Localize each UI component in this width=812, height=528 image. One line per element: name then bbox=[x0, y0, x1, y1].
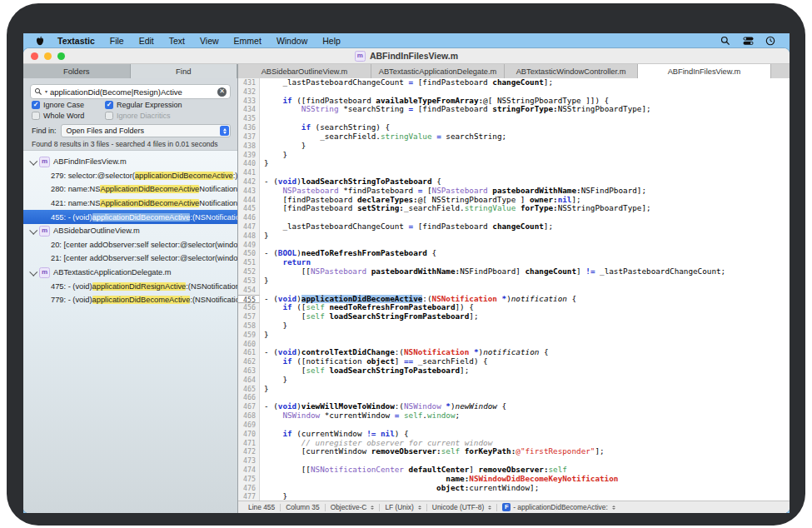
code-line: 435 bbox=[238, 114, 790, 123]
disclosure-chevron-icon[interactable] bbox=[29, 157, 37, 166]
menu-edit[interactable]: Edit bbox=[132, 36, 162, 46]
clear-search-icon[interactable]: ✕ bbox=[217, 87, 227, 97]
find-in-dropdown[interactable]: Open Files and Folders bbox=[61, 124, 231, 137]
file-type-badge: m bbox=[39, 267, 50, 278]
find-result-file-row[interactable]: mABSidebarOutlineView.m bbox=[23, 224, 237, 238]
line-number: 436 bbox=[238, 123, 260, 132]
code-line: 456 if ([self needToRefreshFromPasteboar… bbox=[238, 303, 790, 312]
option-whole-word[interactable]: Whole Word bbox=[32, 112, 105, 120]
line-number: 447 bbox=[238, 222, 260, 232]
find-result-match-row[interactable]: 280: name:NSApplicationDidBecomeActiveNo… bbox=[23, 182, 237, 197]
match-highlight: applicationDidResignActive bbox=[92, 282, 187, 291]
code-text: [[NSPasteboard pasteboardWithName:NSFind… bbox=[260, 267, 790, 276]
line-number: 434 bbox=[238, 105, 260, 114]
code-text: } bbox=[260, 385, 790, 394]
match-text: 421: name:NS bbox=[51, 199, 100, 207]
disclosure-chevron-icon[interactable] bbox=[29, 227, 37, 235]
code-line: 452 [[NSPasteboard pasteboardWithName:NS… bbox=[238, 267, 790, 276]
code-line: 431 _lastPasteboardChangeCount = [findPa… bbox=[238, 78, 790, 87]
find-result-match-row[interactable]: 279: selector:@selector(applicationDidBe… bbox=[23, 169, 237, 183]
title-bar[interactable]: m ABFindInFilesView.m bbox=[23, 48, 790, 64]
find-result-match-row[interactable]: 20: [center addObserver:self selector:@s… bbox=[23, 238, 237, 252]
status-objective-c[interactable]: Objective-C bbox=[326, 503, 380, 511]
checkbox-icon: ✓ bbox=[105, 101, 113, 109]
code-text: _lastPasteboardChangeCount = [findPasteb… bbox=[260, 222, 790, 232]
find-in-label: Find in: bbox=[32, 127, 57, 135]
sidebar-tab-find[interactable]: Find bbox=[131, 64, 238, 78]
code-text: if (currentWindow != nil) { bbox=[260, 430, 790, 439]
menu-file[interactable]: File bbox=[102, 36, 132, 46]
status-lf-unix[interactable]: LF (Unix) bbox=[380, 503, 426, 511]
option-ignore-diacritics[interactable]: Ignore Diacritics bbox=[105, 112, 232, 120]
code-text: // unregister observer for current windo… bbox=[260, 439, 790, 448]
search-field[interactable]: ▾ ✕ bbox=[30, 84, 231, 99]
popup-arrows-icon bbox=[612, 506, 615, 510]
code-text: } bbox=[260, 331, 790, 340]
line-number: 444 bbox=[238, 196, 260, 205]
find-result-file-row[interactable]: mABFindInFilesView.m bbox=[23, 155, 237, 169]
match-text: :(NSNotification *)n... bbox=[186, 282, 237, 291]
find-result-file-row[interactable]: mABTextasticApplicationDelegate.m bbox=[23, 266, 237, 280]
find-result-match-row[interactable]: 779: - (void)applicationDidBecomeActive:… bbox=[23, 293, 237, 307]
code-text: if ([self needToRefreshFromPasteboard]) … bbox=[260, 303, 790, 312]
sidebar: FoldersFind ▾ ✕ ✓Ignore Case✓Regular Exp… bbox=[23, 64, 238, 513]
find-in-row: Find in: Open Files and Folders bbox=[32, 125, 231, 137]
popup-arrows-icon bbox=[418, 506, 421, 510]
match-text: 20: [center addObserver:self selector:@s… bbox=[51, 241, 237, 249]
line-number: 448 bbox=[238, 232, 260, 241]
code-line: 440} bbox=[238, 159, 790, 168]
find-result-match-row[interactable]: 455: - (void)applicationDidBecomeActive:… bbox=[23, 210, 237, 224]
find-result-match-row[interactable]: 421: name:NSApplicationDidBecomeActiveNo… bbox=[23, 197, 237, 211]
code-area[interactable]: 431 _lastPasteboardChangeCount = [findPa… bbox=[238, 78, 790, 501]
line-number: 451 bbox=[238, 258, 260, 267]
control-center-icon[interactable] bbox=[743, 36, 754, 47]
clock-icon[interactable] bbox=[765, 36, 776, 47]
status-unicode-utf-8[interactable]: Unicode (UTF-8) bbox=[427, 503, 496, 511]
editor-tab-absidebaroutlineview-m[interactable]: ABSidebarOutlineView.m bbox=[238, 64, 371, 78]
code-text: if (searchString) { bbox=[260, 123, 790, 132]
menu-view[interactable]: View bbox=[192, 36, 227, 46]
option-ignore-case[interactable]: ✓Ignore Case bbox=[32, 101, 105, 109]
sidebar-tab-folders[interactable]: Folders bbox=[23, 64, 131, 78]
apple-menu-icon[interactable] bbox=[35, 36, 45, 47]
code-line: 469 bbox=[238, 421, 790, 430]
line-number: 476 bbox=[238, 484, 260, 493]
code-text: } bbox=[260, 151, 790, 160]
menu-text[interactable]: Text bbox=[162, 36, 192, 46]
line-number: 460 bbox=[238, 340, 260, 349]
file-type-badge: m bbox=[39, 157, 50, 167]
find-result-match-row[interactable]: 21: [center addObserver:self selector:@s… bbox=[23, 252, 237, 266]
disclosure-chevron-icon[interactable] bbox=[29, 267, 37, 276]
code-text: object:currentWindow]; bbox=[260, 484, 790, 493]
search-icon[interactable] bbox=[720, 36, 731, 47]
menu-emmet[interactable]: Emmet bbox=[227, 36, 269, 46]
search-options-chevron-icon[interactable]: ▾ bbox=[45, 89, 47, 94]
line-number: 471 bbox=[238, 439, 260, 448]
line-number: 456 bbox=[238, 303, 260, 312]
app-window: m ABFindInFilesView.m FoldersFind ▾ ✕ ✓I… bbox=[23, 48, 790, 513]
menu-help[interactable]: Help bbox=[315, 36, 348, 46]
code-line: 441 bbox=[238, 168, 790, 177]
code-line: 437 _searchField.stringValue = searchStr… bbox=[238, 132, 790, 142]
menu-window[interactable]: Window bbox=[269, 36, 315, 46]
find-result-match-row[interactable]: 475: - (void)applicationDidResignActive:… bbox=[23, 279, 237, 293]
code-line: 472 [currentWindow removeObserver:self f… bbox=[238, 447, 790, 456]
code-text: - (void)viewWillMoveToWindow:(NSWindow *… bbox=[260, 402, 790, 411]
line-number: 470 bbox=[238, 430, 260, 439]
option-regular-expression[interactable]: ✓Regular Expression bbox=[105, 101, 232, 109]
editor-tab-abtextasticapplicationdelegate-m[interactable]: ABTextasticApplicationDelegate.m bbox=[371, 64, 505, 78]
symbol-badge: F bbox=[502, 503, 511, 511]
code-text: - (void)loadSearchStringToPasteboard { bbox=[260, 177, 790, 187]
code-line: 459} bbox=[238, 331, 790, 340]
code-line: 447 _lastPasteboardChangeCount = [findPa… bbox=[238, 222, 790, 232]
status-applicationdidbecomeactive[interactable]: F- applicationDidBecomeActive: bbox=[497, 503, 620, 511]
editor-tab-bar: ABSidebarOutlineView.mABTextasticApplica… bbox=[238, 64, 790, 78]
search-input[interactable] bbox=[50, 87, 215, 97]
code-line: 453} bbox=[238, 276, 790, 286]
search-summary: Found 8 results in 3 files - searched 4 … bbox=[32, 140, 218, 148]
line-number: 450 bbox=[238, 249, 260, 258]
editor-tab-abtextasticwindowcontroller-m[interactable]: ABTextasticWindowController.m bbox=[505, 64, 638, 78]
editor-tab-abfindinfilesview-m[interactable]: ABFindInFilesView.m bbox=[638, 64, 771, 78]
option-label: Ignore Case bbox=[43, 101, 84, 109]
menu-textastic[interactable]: Textastic bbox=[50, 36, 102, 46]
